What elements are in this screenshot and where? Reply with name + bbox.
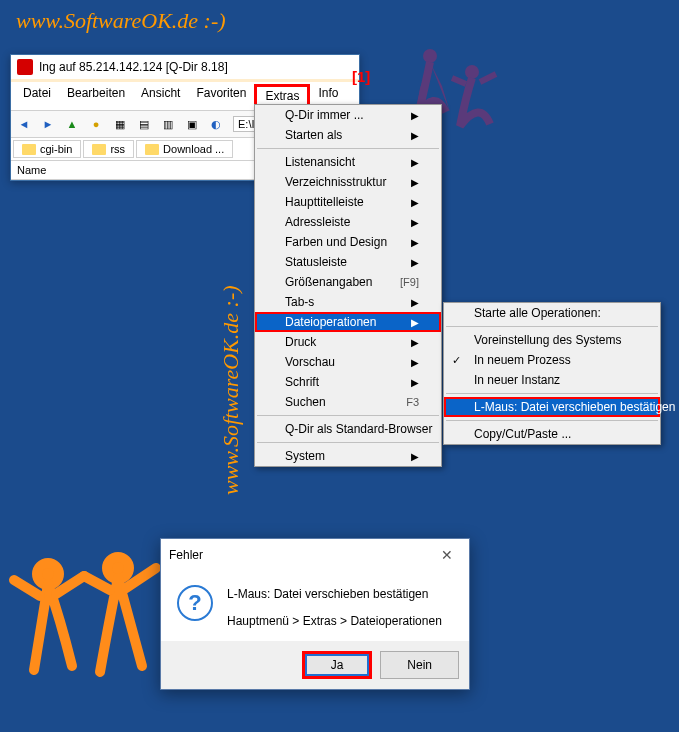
chevron-right-icon: ▶ [411, 317, 419, 328]
mi-label: Q-Dir immer ... [285, 108, 364, 122]
svg-point-0 [423, 49, 437, 63]
mi-label: Tab-s [285, 295, 314, 309]
layout2-icon[interactable]: ▤ [133, 113, 155, 135]
tab-download[interactable]: Download ... [136, 140, 233, 158]
mi-adress[interactable]: Adressleiste▶ [255, 212, 441, 232]
mi-label: Vorschau [285, 355, 335, 369]
smi-starte-alle[interactable]: Starte alle Operationen: [444, 303, 660, 323]
mi-label: Listenansicht [285, 155, 355, 169]
dialog-message: L-Maus: Datei verschieben bestätigen Hau… [227, 585, 442, 631]
mi-label: Q-Dir als Standard-Browser [285, 422, 432, 436]
mi-label: Starten als [285, 128, 342, 142]
smi-neue-instanz[interactable]: In neuer Instanz [444, 370, 660, 390]
mi-status[interactable]: Statusleiste▶ [255, 252, 441, 272]
menu-bearbeiten[interactable]: Bearbeiten [59, 84, 133, 108]
chevron-right-icon: ▶ [411, 157, 419, 168]
menu-separator [446, 420, 658, 421]
close-icon[interactable]: ✕ [433, 545, 461, 565]
mi-farben[interactable]: Farben und Design▶ [255, 232, 441, 252]
mi-qdir-immer[interactable]: Q-Dir immer ...▶ [255, 105, 441, 125]
ja-button[interactable]: Ja [302, 651, 373, 679]
menu-separator [257, 415, 439, 416]
menu-ansicht[interactable]: Ansicht [133, 84, 188, 108]
mi-suchen[interactable]: SuchenF3 [255, 392, 441, 412]
mi-listenansicht[interactable]: Listenansicht▶ [255, 152, 441, 172]
chevron-right-icon: ▶ [411, 130, 419, 141]
mi-label: Suchen [285, 395, 326, 409]
check-icon: ✓ [452, 354, 461, 367]
mi-label: Dateioperationen [285, 315, 376, 329]
drive-icon[interactable]: ◐ [205, 113, 227, 135]
tab-cgibin[interactable]: cgi-bin [13, 140, 81, 158]
window-title: Ing auf 85.214.142.124 [Q-Dir 8.18] [39, 60, 228, 74]
tab-label: Download ... [163, 143, 224, 155]
smi-voreinstellung[interactable]: Voreinstellung des Systems [444, 330, 660, 350]
mi-label: Verzeichnisstruktur [285, 175, 386, 189]
menu-separator [446, 393, 658, 394]
mi-label: Größenangaben [285, 275, 372, 289]
watermark-side: www.SoftwareOK.de :-) [218, 285, 244, 495]
tab-label: rss [110, 143, 125, 155]
watermark-top: www.SoftwareOK.de :-) [16, 8, 226, 34]
nein-button[interactable]: Nein [380, 651, 459, 679]
mi-dateiop[interactable]: Dateioperationen▶ [255, 312, 441, 332]
mi-shortcut: [F9] [400, 276, 419, 288]
menu-separator [446, 326, 658, 327]
chevron-right-icon: ▶ [411, 337, 419, 348]
mi-label: Farben und Design [285, 235, 387, 249]
folder-icon [92, 144, 106, 155]
dialog-line2: Hauptmenü > Extras > Dateioperationen [227, 612, 442, 631]
mi-starten-als[interactable]: Starten als▶ [255, 125, 441, 145]
question-icon: ? [177, 585, 213, 621]
error-dialog: Fehler ✕ ? L-Maus: Datei verschieben bes… [160, 538, 470, 690]
mi-label: Adressleiste [285, 215, 350, 229]
chevron-right-icon: ▶ [411, 217, 419, 228]
titlebar: Ing auf 85.214.142.124 [Q-Dir 8.18] [11, 55, 359, 82]
chevron-right-icon: ▶ [411, 110, 419, 121]
mi-tabs[interactable]: Tab-s▶ [255, 292, 441, 312]
svg-point-1 [465, 65, 479, 79]
mi-system[interactable]: System▶ [255, 446, 441, 466]
mi-label: Haupttitelleiste [285, 195, 364, 209]
silhouette-dancers-bottom [6, 540, 176, 730]
chevron-right-icon: ▶ [411, 297, 419, 308]
chevron-right-icon: ▶ [411, 197, 419, 208]
mi-verzeichnis[interactable]: Verzeichnisstruktur▶ [255, 172, 441, 192]
chevron-right-icon: ▶ [411, 377, 419, 388]
chevron-right-icon: ▶ [411, 257, 419, 268]
tab-label: cgi-bin [40, 143, 72, 155]
mi-label: In neuer Instanz [474, 373, 560, 387]
layout3-icon[interactable]: ▥ [157, 113, 179, 135]
nav-fwd-icon[interactable]: ► [37, 113, 59, 135]
menu-datei[interactable]: Datei [15, 84, 59, 108]
folder-icon [22, 144, 36, 155]
mi-druck[interactable]: Druck▶ [255, 332, 441, 352]
menu-separator [257, 442, 439, 443]
mi-schrift[interactable]: Schrift▶ [255, 372, 441, 392]
dialog-footer: Ja Nein [161, 641, 469, 689]
nav-back-icon[interactable]: ◄ [13, 113, 35, 135]
app-icon [17, 59, 33, 75]
chevron-right-icon: ▶ [411, 177, 419, 188]
menu-favoriten[interactable]: Favoriten [188, 84, 254, 108]
mi-vorschau[interactable]: Vorschau▶ [255, 352, 441, 372]
mi-label: Voreinstellung des Systems [474, 333, 621, 347]
smi-lmaus[interactable]: L-Maus: Datei verschieben bestätigen [444, 397, 660, 417]
globe-icon[interactable]: ● [85, 113, 107, 135]
nav-up-icon[interactable]: ▲ [61, 113, 83, 135]
layout4-icon[interactable]: ▣ [181, 113, 203, 135]
mi-groessen[interactable]: Größenangaben[F9] [255, 272, 441, 292]
mi-stdbrowser[interactable]: Q-Dir als Standard-Browser▶ [255, 419, 441, 439]
chevron-right-icon: ▶ [411, 357, 419, 368]
mi-shortcut: F3 [406, 396, 419, 408]
mi-label: Starte alle Operationen: [474, 306, 601, 320]
annotation-1: [1] [352, 68, 370, 85]
dialog-body: ? L-Maus: Datei verschieben bestätigen H… [161, 571, 469, 641]
tab-rss[interactable]: rss [83, 140, 134, 158]
mi-haupttitel[interactable]: Haupttitelleiste▶ [255, 192, 441, 212]
smi-neuer-prozess[interactable]: ✓In neuem Prozess [444, 350, 660, 370]
mi-label: Schrift [285, 375, 319, 389]
chevron-right-icon: ▶ [411, 237, 419, 248]
layout1-icon[interactable]: ▦ [109, 113, 131, 135]
smi-copycut[interactable]: Copy/Cut/Paste ... [444, 424, 660, 444]
